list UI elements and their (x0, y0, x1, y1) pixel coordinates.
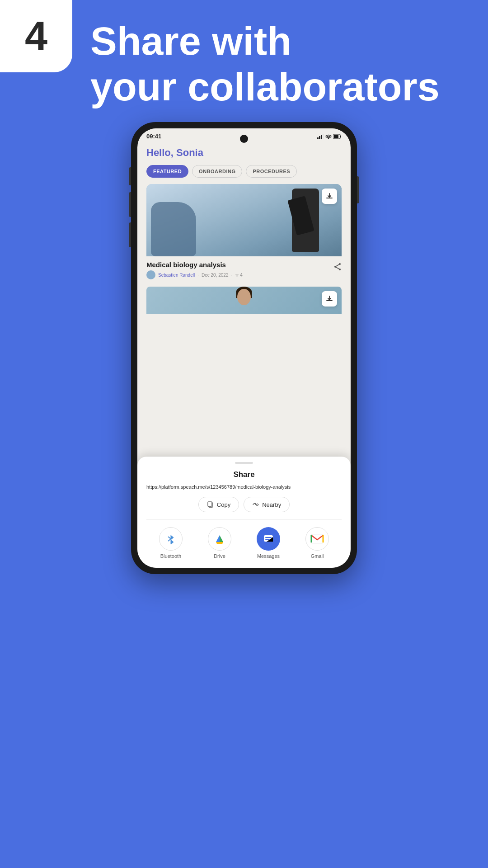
svg-rect-0 (317, 137, 319, 139)
greeting-name: Sonia (176, 147, 203, 158)
content-card: Medical biology analysis Sebastien Rande… (146, 184, 342, 282)
app-bluetooth[interactable]: Bluetooth (159, 527, 183, 559)
svg-rect-14 (208, 502, 212, 506)
card-info: Medical biology analysis Sebastien Rande… (146, 256, 342, 282)
svg-rect-2 (321, 135, 322, 139)
svg-rect-1 (319, 136, 320, 139)
card-image (146, 184, 342, 256)
tab-procedures[interactable]: PROCEDURES (246, 165, 297, 178)
nearby-label: Nearby (262, 501, 281, 508)
glove-shape (151, 202, 196, 256)
download-icon-2 (326, 295, 333, 302)
card-author: Sebastien Randell (158, 273, 195, 278)
messages-icon (262, 533, 275, 545)
wifi-icon (325, 134, 332, 139)
sheet-title: Share (146, 470, 342, 479)
card-date: · (197, 273, 199, 278)
download-button[interactable] (322, 189, 337, 204)
nearby-icon (252, 501, 259, 508)
phone-frame: 09:41 (131, 122, 357, 574)
rating-value: 4 (240, 273, 243, 278)
gmail-label: Gmail (311, 553, 324, 559)
card-details: Medical biology analysis Sebastien Rande… (146, 261, 243, 279)
card-meta: Sebastien Randell · Dec 20, 2022 · ☆ 4 (146, 270, 243, 279)
second-card-preview (146, 287, 342, 314)
card-title: Medical biology analysis (146, 261, 243, 269)
svg-point-4 (328, 138, 329, 139)
card-rating: ☆ 4 (235, 273, 243, 278)
copy-icon (207, 501, 214, 508)
step-number: 4 (25, 16, 47, 57)
svg-marker-22 (216, 542, 223, 544)
tab-bar: FEATURED ONBOARDING PROCEDURES (146, 165, 342, 178)
svg-rect-3 (323, 134, 324, 139)
greeting: Hello, Sonia (146, 147, 342, 159)
app-content: Hello, Sonia FEATURED ONBOARDING PROCEDU… (137, 142, 351, 314)
title-line2: your collaborators (90, 64, 440, 109)
messages-label: Messages (257, 553, 280, 559)
phone-screen: 09:41 (137, 128, 351, 568)
signal-icon (317, 134, 324, 139)
download-icon (326, 193, 333, 200)
card-share-button[interactable] (333, 263, 342, 273)
svg-line-12 (335, 267, 340, 269)
star-icon: ☆ (235, 273, 239, 278)
card-dot2: · (231, 273, 232, 278)
sheet-handle (235, 462, 253, 464)
title-area: Share with your collaborators (90, 18, 470, 109)
author-avatar (146, 270, 155, 279)
share-icon (333, 263, 342, 271)
svg-rect-26 (311, 534, 323, 543)
camera-notch (240, 135, 248, 143)
greeting-text: Hello, (146, 147, 174, 158)
app-gmail[interactable]: Gmail (305, 527, 329, 559)
tab-featured[interactable]: FEATURED (146, 165, 188, 178)
tab-onboarding[interactable]: ONBOARDING (192, 165, 242, 178)
svg-line-11 (335, 264, 340, 267)
page-title: Share with your collaborators (90, 18, 470, 109)
svg-line-16 (168, 539, 171, 541)
drive-icon (213, 533, 226, 545)
gmail-icon (310, 533, 324, 544)
action-row: Copy Nearby (146, 497, 342, 512)
app-row: Bluetooth (146, 527, 342, 559)
copy-button[interactable]: Copy (198, 497, 239, 512)
share-sheet: Share https://platform.speach.me/s/12345… (137, 457, 351, 568)
status-icons (317, 134, 342, 139)
app-messages[interactable]: Messages (257, 527, 280, 559)
card-date-text: Dec 20, 2022 (202, 273, 229, 278)
svg-rect-6 (334, 135, 338, 138)
share-url: https://platform.speach.me/s/123456789/m… (146, 484, 342, 491)
copy-label: Copy (217, 501, 230, 508)
drive-icon-container (208, 527, 231, 551)
bluetooth-icon (165, 533, 176, 544)
drive-label: Drive (214, 553, 225, 559)
nearby-button[interactable]: Nearby (244, 497, 290, 512)
person-head (237, 289, 251, 305)
app-drive[interactable]: Drive (208, 527, 231, 559)
title-line1: Share with (90, 19, 291, 63)
silent-button (129, 167, 131, 185)
gmail-icon-container (305, 527, 329, 551)
volume-down-button (129, 222, 131, 247)
power-button (357, 176, 359, 203)
status-time: 09:41 (146, 133, 161, 140)
step-badge: 4 (0, 0, 72, 72)
svg-line-15 (168, 537, 171, 539)
bluetooth-icon-container (159, 527, 183, 551)
download-button-2[interactable] (322, 291, 337, 307)
volume-up-button (129, 192, 131, 217)
bluetooth-label: Bluetooth (160, 553, 181, 559)
svg-rect-7 (340, 136, 341, 137)
divider (146, 519, 342, 520)
phone-mockup: 09:41 (131, 122, 357, 574)
messages-icon-container (257, 527, 280, 551)
battery-icon (333, 134, 342, 139)
